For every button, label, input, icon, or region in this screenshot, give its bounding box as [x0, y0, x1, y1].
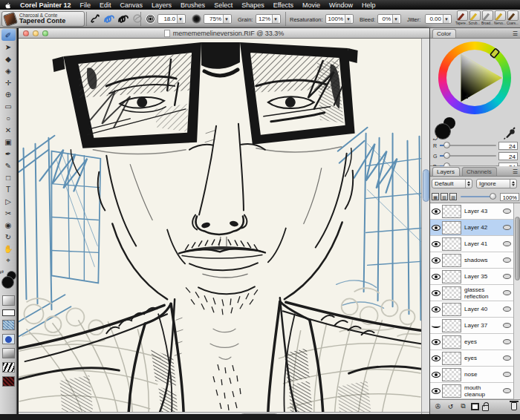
grabber-tool[interactable]: ✋ [1, 243, 16, 255]
paper-selector-swatch[interactable] [2, 320, 15, 330]
canvas-artwork[interactable] [19, 39, 421, 412]
variant-dock-item[interactable]: Coars... [507, 10, 519, 27]
magic-wand-tool[interactable]: ✕ [1, 124, 16, 136]
tab-color[interactable]: Color [432, 29, 456, 38]
layer-row[interactable]: Layer 41 [430, 236, 520, 252]
composite-depth-select[interactable]: Ignore [476, 179, 517, 188]
layer-thumbnail[interactable] [442, 270, 461, 283]
swap-colors-icon[interactable]: ⇄ [0, 269, 4, 275]
layer-row-hidden[interactable]: Layer 37 [430, 318, 520, 334]
transform-tool[interactable]: ⊕ [1, 88, 16, 100]
minimize-window-button[interactable] [33, 30, 39, 36]
red-slider-knob[interactable] [443, 142, 450, 148]
resaturation-field[interactable]: 100% ▼ [325, 14, 354, 24]
variant-dock-item[interactable]: Nervo... [494, 10, 506, 27]
text-tool[interactable]: T [1, 183, 16, 195]
new-layer-button[interactable] [471, 403, 479, 410]
tab-channels[interactable]: Channels [462, 167, 497, 176]
menu-help[interactable]: Help [362, 1, 376, 9]
flow-map-selector-swatch[interactable] [2, 334, 15, 344]
green-value-field[interactable]: 24 [498, 152, 518, 160]
resaturation-dropdown-arrow[interactable]: ▼ [345, 15, 351, 23]
scissors-tool[interactable]: ✂ [1, 207, 16, 219]
gradient-preview-swatch[interactable] [2, 295, 15, 306]
dropper-tool[interactable]: ➤ [1, 41, 16, 53]
layer-row[interactable]: glasses reflection [430, 285, 520, 301]
layer-thumbnail[interactable] [442, 221, 461, 234]
layer-thumbnail[interactable] [442, 368, 461, 381]
variant-dock-item[interactable]: Tapere... [456, 10, 468, 27]
variant-dock-item[interactable]: Scrub... [469, 10, 481, 27]
bleed-dropdown-arrow[interactable]: ▼ [392, 15, 399, 23]
red-value-field[interactable]: 24 [498, 142, 518, 150]
layer-mask-icon[interactable]: ▨ [449, 193, 457, 200]
menu-file[interactable]: File [80, 1, 91, 9]
vertical-scroll-thumb[interactable] [423, 169, 429, 202]
layer-thumbnail[interactable] [442, 384, 461, 398]
pattern-selector-swatch[interactable] [2, 362, 15, 373]
gradient-selector-swatch[interactable] [2, 348, 15, 358]
clone-stroke-icon[interactable] [103, 12, 115, 25]
brush-tool[interactable]: ✐ [1, 29, 16, 41]
tab-layers[interactable]: Layers [432, 167, 460, 176]
jitter-dropdown-arrow[interactable]: ▼ [443, 15, 449, 23]
document-title-bar[interactable]: memememelineversion.RIF @ 33.3% [19, 28, 429, 39]
layer-thumbnail[interactable] [442, 286, 461, 300]
bleed-field[interactable]: 0% ▼ [377, 14, 401, 24]
pickup-underlying-icon[interactable]: ▧ [441, 193, 448, 200]
add-point-tool[interactable]: ◉ [1, 219, 16, 231]
size-dropdown-arrow[interactable]: ▼ [177, 15, 183, 23]
menu-shapes[interactable]: Shapes [241, 1, 264, 9]
sv-triangle[interactable] [438, 42, 511, 114]
menu-canvas[interactable]: Canvas [120, 1, 143, 9]
delete-layer-button[interactable] [511, 402, 517, 410]
weave-selector-swatch[interactable] [2, 376, 15, 387]
canvas-vertical-scrollbar[interactable] [421, 39, 429, 412]
apple-menu-icon[interactable] [4, 1, 11, 9]
layer-adjuster-tool[interactable]: ✛ [1, 76, 16, 88]
layer-thumbnail[interactable] [442, 237, 461, 251]
brush-selector[interactable]: Charcoal & Conte Tapered Conte [1, 11, 85, 27]
layer-row[interactable]: nose [430, 367, 520, 383]
layer-row[interactable]: eyes [430, 350, 520, 367]
layer-opacity-slider[interactable] [461, 196, 496, 197]
restore-default-content-icon[interactable]: ↺ [446, 402, 455, 411]
menu-select[interactable]: Select [214, 1, 233, 9]
layer-list-scroll-thumb[interactable] [515, 217, 520, 280]
grain-field[interactable]: 12% ▼ [256, 14, 281, 24]
composite-method-select[interactable]: Default [432, 179, 472, 188]
dynamic-plugins-icon[interactable]: ✇ [433, 402, 443, 411]
layers-panel-menu-icon[interactable]: ☰ [513, 168, 518, 175]
menu-brushes[interactable]: Brushes [181, 1, 205, 9]
app-menu-title[interactable]: Corel Painter 12 [20, 1, 71, 9]
variant-dock-item[interactable]: Broad... [481, 10, 493, 27]
layer-thumbnail[interactable] [442, 352, 461, 365]
crop-tool[interactable]: ▣ [1, 136, 16, 148]
opacity-dropdown-arrow[interactable]: ▼ [223, 15, 230, 23]
color-wells[interactable]: ⇄ [0, 269, 17, 292]
view-mode-button[interactable] [2, 309, 15, 316]
opacity-field[interactable]: 75% ▼ [204, 14, 232, 24]
layer-visibility-toggle[interactable] [430, 209, 442, 214]
red-slider[interactable] [440, 145, 496, 146]
layer-visibility-toggle[interactable] [430, 324, 442, 328]
layer-visibility-toggle[interactable] [430, 274, 442, 280]
magnifier-tool[interactable]: ⌖ [1, 255, 16, 266]
freehand-stroke-icon[interactable] [89, 12, 101, 25]
zoom-window-button[interactable] [42, 30, 48, 36]
jitter-field[interactable]: 0.00 ▼ [425, 14, 452, 24]
pen-tool[interactable]: ✒ [1, 148, 16, 160]
layer-opacity-field[interactable]: 100% [500, 193, 519, 201]
layer-visibility-toggle[interactable] [430, 388, 442, 394]
shape-select-tool[interactable]: ▷ [1, 195, 16, 207]
layer-visibility-toggle[interactable] [430, 339, 442, 345]
layer-thumbnail[interactable] [442, 205, 461, 218]
layer-visibility-toggle[interactable] [430, 355, 442, 361]
group-layers-icon[interactable]: ⧉ [458, 402, 468, 411]
layer-visibility-toggle[interactable] [430, 257, 442, 263]
layer-row[interactable]: Layer 35 [430, 269, 520, 285]
preserve-transparency-icon[interactable]: ▦ [432, 193, 439, 200]
menu-movie[interactable]: Movie [302, 1, 320, 9]
main-color-well[interactable] [1, 276, 14, 289]
layer-row-selected[interactable]: Layer 42 [430, 220, 520, 236]
